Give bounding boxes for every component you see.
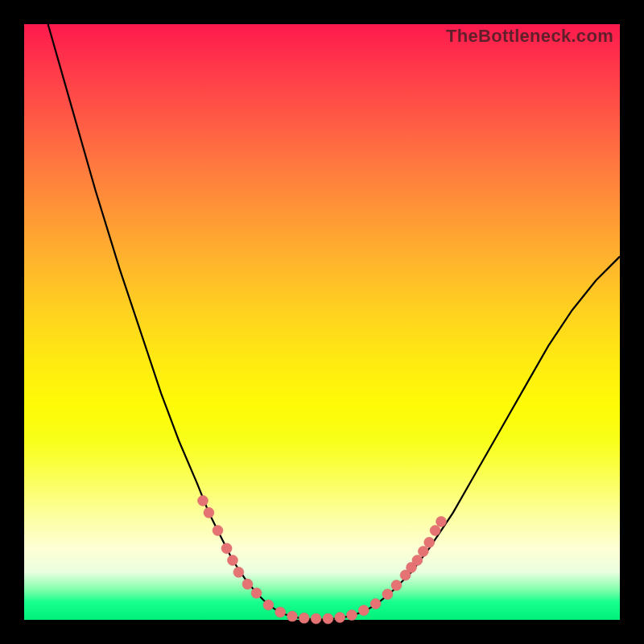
data-point [275,607,286,617]
chart-svg [24,24,620,620]
bottleneck-curve [48,24,620,619]
data-point [412,555,423,566]
data-point [242,579,253,589]
data-point [347,610,357,621]
data-point [287,611,298,621]
data-points [198,496,447,625]
data-point [391,580,402,591]
data-point [311,613,321,624]
data-point [436,516,447,526]
data-point [221,543,232,554]
data-point [233,567,244,577]
data-point [299,613,309,623]
data-point [228,555,238,566]
data-point [263,600,274,610]
data-point [418,546,428,556]
data-point [323,613,333,624]
frame-border: TheBottleneck.com [24,24,620,620]
data-point [382,589,393,600]
data-point [358,605,369,616]
data-point [424,537,435,547]
data-point [335,613,345,623]
data-point [204,507,214,518]
data-point [370,599,381,609]
data-point [198,496,208,506]
data-point [430,526,440,536]
data-point [251,588,262,598]
data-point [213,526,223,536]
